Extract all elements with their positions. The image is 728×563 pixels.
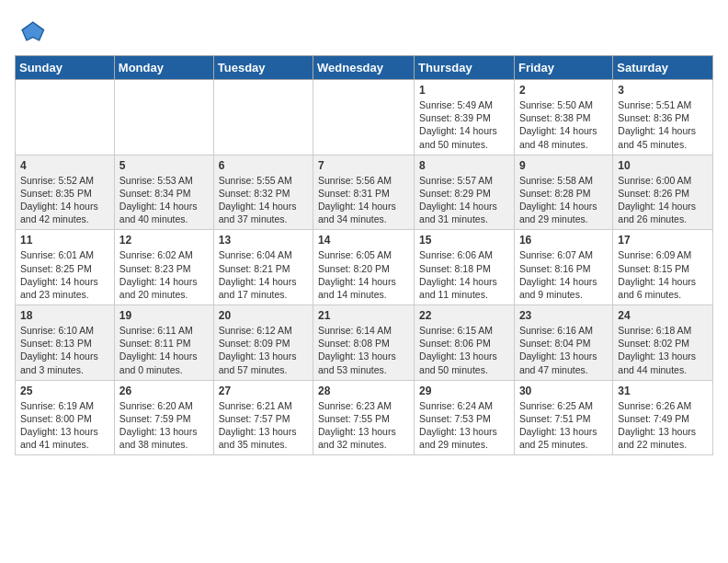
day-number: 30	[519, 385, 608, 397]
day-number: 27	[219, 385, 308, 397]
day-info: Sunset: 7:59 PM	[119, 412, 209, 425]
day-info: Sunset: 7:51 PM	[519, 412, 608, 425]
day-number: 25	[20, 385, 109, 397]
day-info: Daylight: 14 hours	[318, 275, 409, 288]
day-info: Sunrise: 6:06 AM	[419, 248, 509, 261]
day-info: Sunset: 8:32 PM	[219, 187, 308, 200]
day-info: and 44 minutes.	[618, 363, 708, 376]
day-info: Sunset: 8:35 PM	[20, 187, 109, 200]
logo-icon	[15, 15, 48, 48]
day-info: Daylight: 13 hours	[618, 425, 708, 438]
day-number: 6	[219, 159, 308, 172]
day-number: 23	[519, 309, 608, 322]
day-number: 24	[618, 309, 708, 322]
calendar-cell: 5Sunrise: 5:53 AMSunset: 8:34 PMDaylight…	[114, 155, 213, 230]
calendar-cell: 10Sunrise: 6:00 AMSunset: 8:26 PMDayligh…	[613, 155, 713, 230]
day-info: Daylight: 13 hours	[519, 350, 608, 362]
day-info: Sunrise: 5:49 AM	[419, 98, 509, 111]
day-info: Daylight: 14 hours	[119, 200, 209, 213]
day-info: Sunrise: 6:25 AM	[519, 399, 608, 412]
calendar: SundayMondayTuesdayWednesdayThursdayFrid…	[15, 55, 713, 455]
calendar-cell: 15Sunrise: 6:06 AMSunset: 8:18 PMDayligh…	[415, 230, 515, 305]
day-number: 4	[20, 159, 109, 172]
day-info: Sunset: 8:04 PM	[519, 337, 608, 350]
day-info: Sunrise: 5:58 AM	[519, 174, 608, 187]
calendar-cell: 28Sunrise: 6:23 AMSunset: 7:55 PMDayligh…	[313, 380, 415, 455]
day-info: Daylight: 14 hours	[419, 275, 509, 288]
day-info: Sunset: 8:13 PM	[20, 337, 109, 350]
day-info: Sunset: 8:20 PM	[318, 262, 409, 275]
day-info: Sunset: 8:21 PM	[219, 262, 308, 275]
day-info: Sunset: 8:16 PM	[519, 262, 608, 275]
day-info: Sunrise: 6:02 AM	[119, 248, 209, 261]
day-info: Daylight: 14 hours	[219, 275, 308, 288]
day-number: 5	[119, 159, 209, 172]
day-info: and 45 minutes.	[618, 138, 708, 151]
day-info: Daylight: 14 hours	[618, 275, 708, 288]
day-info: Sunrise: 5:57 AM	[419, 174, 509, 187]
calendar-cell: 6Sunrise: 5:55 AMSunset: 8:32 PMDaylight…	[213, 155, 313, 230]
calendar-cell: 29Sunrise: 6:24 AMSunset: 7:53 PMDayligh…	[415, 380, 515, 455]
day-number: 3	[618, 84, 708, 97]
day-info: Sunrise: 6:15 AM	[419, 324, 509, 337]
day-info: and 25 minutes.	[519, 438, 608, 451]
day-info: Daylight: 14 hours	[318, 200, 409, 213]
day-number: 31	[618, 385, 708, 397]
calendar-cell: 2Sunrise: 5:50 AMSunset: 8:38 PMDaylight…	[514, 80, 612, 155]
calendar-cell: 8Sunrise: 5:57 AMSunset: 8:29 PMDaylight…	[415, 155, 515, 230]
day-info: Sunrise: 6:00 AM	[618, 174, 708, 187]
day-info: Sunrise: 6:23 AM	[318, 399, 409, 412]
day-info: and 57 minutes.	[219, 363, 308, 376]
day-number: 13	[219, 234, 308, 247]
calendar-cell: 19Sunrise: 6:11 AMSunset: 8:11 PMDayligh…	[114, 305, 213, 381]
day-info: Sunrise: 6:21 AM	[219, 399, 308, 412]
day-info: Daylight: 13 hours	[318, 425, 409, 438]
day-number: 7	[318, 159, 409, 172]
day-info: Sunrise: 6:24 AM	[419, 399, 509, 412]
day-info: Sunset: 8:00 PM	[20, 412, 109, 425]
calendar-cell: 21Sunrise: 6:14 AMSunset: 8:08 PMDayligh…	[313, 305, 415, 381]
day-info: and 11 minutes.	[419, 288, 509, 301]
calendar-cell: 3Sunrise: 5:51 AMSunset: 8:36 PMDaylight…	[613, 80, 713, 155]
day-info: Daylight: 13 hours	[20, 425, 109, 438]
day-info: Sunset: 8:34 PM	[119, 187, 209, 200]
calendar-cell: 25Sunrise: 6:19 AMSunset: 8:00 PMDayligh…	[16, 380, 115, 455]
day-info: Daylight: 14 hours	[20, 275, 109, 288]
calendar-week-row: 18Sunrise: 6:10 AMSunset: 8:13 PMDayligh…	[16, 305, 713, 381]
day-info: Sunset: 8:28 PM	[519, 187, 608, 200]
day-info: and 48 minutes.	[519, 138, 608, 151]
day-info: Sunrise: 6:11 AM	[119, 324, 209, 337]
day-info: Daylight: 13 hours	[519, 425, 608, 438]
day-number: 10	[618, 159, 708, 172]
day-header: Monday	[114, 56, 213, 80]
day-info: Sunset: 8:31 PM	[318, 187, 409, 200]
day-info: and 34 minutes.	[318, 213, 409, 225]
day-info: Daylight: 14 hours	[618, 200, 708, 213]
day-info: Sunset: 8:29 PM	[419, 187, 509, 200]
day-info: Sunset: 8:26 PM	[618, 187, 708, 200]
day-info: Sunset: 8:15 PM	[618, 262, 708, 275]
day-info: Sunrise: 5:53 AM	[119, 174, 209, 187]
day-info: and 14 minutes.	[318, 288, 409, 301]
calendar-cell: 26Sunrise: 6:20 AMSunset: 7:59 PMDayligh…	[114, 380, 213, 455]
day-info: Sunrise: 6:05 AM	[318, 248, 409, 261]
calendar-cell: 13Sunrise: 6:04 AMSunset: 8:21 PMDayligh…	[213, 230, 313, 305]
calendar-week-row: 1Sunrise: 5:49 AMSunset: 8:39 PMDaylight…	[16, 80, 713, 155]
calendar-cell: 9Sunrise: 5:58 AMSunset: 8:28 PMDaylight…	[514, 155, 612, 230]
day-info: Daylight: 13 hours	[419, 425, 509, 438]
day-info: and 37 minutes.	[219, 213, 308, 225]
day-info: and 20 minutes.	[119, 288, 209, 301]
day-info: and 38 minutes.	[119, 438, 209, 451]
day-info: Daylight: 14 hours	[20, 350, 109, 362]
day-info: Sunset: 8:23 PM	[119, 262, 209, 275]
day-number: 28	[318, 385, 409, 397]
day-info: Sunset: 8:08 PM	[318, 337, 409, 350]
calendar-cell: 27Sunrise: 6:21 AMSunset: 7:57 PMDayligh…	[213, 380, 313, 455]
day-info: and 47 minutes.	[519, 363, 608, 376]
day-info: Sunrise: 6:12 AM	[219, 324, 308, 337]
day-info: Daylight: 13 hours	[219, 425, 308, 438]
day-info: Sunset: 8:11 PM	[119, 337, 209, 350]
day-info: and 6 minutes.	[618, 288, 708, 301]
calendar-cell	[16, 80, 115, 155]
calendar-cell: 1Sunrise: 5:49 AMSunset: 8:39 PMDaylight…	[415, 80, 515, 155]
